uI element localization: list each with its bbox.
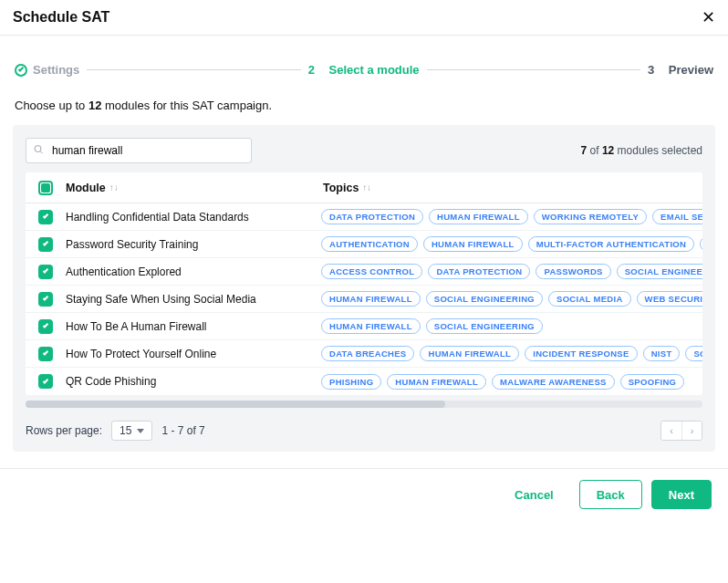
search-input[interactable] — [26, 138, 252, 163]
topic-tag[interactable]: NIST — [643, 346, 681, 361]
page-title: Schedule SAT — [13, 9, 109, 26]
step-select-module[interactable]: 2 Select a module — [308, 63, 420, 77]
row-checkbox[interactable] — [38, 347, 53, 361]
instruction-text: Choose up to 12 modules for this SAT cam… — [0, 95, 728, 125]
topic-tag[interactable]: INCIDENT RESPONSE — [525, 346, 637, 361]
topic-tag[interactable]: ACCESS CONTROL — [321, 264, 422, 279]
step-preview[interactable]: 3 Preview — [648, 63, 713, 77]
step-label: Settings — [33, 63, 79, 77]
topic-tag[interactable]: HUMAN FIREWALL — [387, 374, 486, 390]
sort-icon: ↑↓ — [109, 182, 119, 193]
next-button[interactable]: Next — [651, 480, 712, 509]
row-checkbox[interactable] — [38, 292, 53, 307]
row-checkbox[interactable] — [38, 210, 53, 224]
topic-tag[interactable]: SOCIAL ENGINEERING — [617, 264, 702, 279]
row-checkbox[interactable] — [38, 319, 53, 334]
pager-range: 1 - 7 of 7 — [161, 424, 204, 437]
column-header-topics[interactable]: Topics ↑↓ — [321, 182, 702, 194]
step-number: 2 — [308, 63, 315, 77]
topic-tag[interactable]: SOCIAL ENGINEERING — [426, 291, 543, 307]
column-header-module[interactable]: Module ↑↓ — [66, 182, 321, 194]
step-number: 3 — [648, 63, 654, 77]
topic-tag[interactable]: HUMAN FIREWALL — [420, 346, 519, 361]
topic-tag[interactable]: MALWARE AWARENESS — [492, 374, 615, 390]
topic-tag[interactable]: DATA PROTECTION — [321, 209, 423, 224]
row-checkbox[interactable] — [38, 237, 53, 252]
horizontal-scrollbar[interactable] — [26, 401, 702, 408]
table-row[interactable]: Handling Confidential Data StandardsDATA… — [26, 203, 702, 231]
topic-tag[interactable]: MULTI-FACTOR AUTHENTICATION — [528, 236, 694, 252]
stepper: Settings 2 Select a module 3 Preview — [0, 36, 728, 95]
table-row[interactable]: Staying Safe When Using Social MediaHUMA… — [26, 286, 702, 313]
table-row[interactable]: How To Protect Yourself OnlineDATA BREAC… — [26, 340, 702, 368]
topic-tag[interactable]: SOCIAL ENGINEERING — [426, 318, 543, 334]
svg-point-0 — [35, 146, 41, 152]
step-divider — [427, 69, 640, 70]
cancel-button[interactable]: Cancel — [498, 480, 570, 509]
topic-tag[interactable]: DATA BREACHES — [321, 346, 414, 361]
back-button[interactable]: Back — [579, 480, 642, 509]
topic-tag[interactable]: WORKING REMOTELY — [534, 209, 647, 224]
topic-tag[interactable]: HUMAN FIREWALL — [429, 209, 528, 224]
step-divider — [87, 69, 300, 70]
row-checkbox[interactable] — [38, 265, 53, 279]
topic-tag[interactable]: DATA PROTECTION — [428, 264, 530, 279]
module-name: Staying Safe When Using Social Media — [66, 293, 321, 306]
selection-counter: 7 of 12 modules selected — [581, 144, 702, 157]
table-row[interactable]: QR Code PhishingPHISHINGHUMAN FIREWALLMA… — [26, 368, 702, 395]
table-row[interactable]: Authentication ExploredACCESS CONTROLDAT… — [26, 258, 702, 286]
topic-tag[interactable]: SPOOFING — [620, 374, 685, 390]
step-settings[interactable]: Settings — [15, 63, 79, 77]
topic-tag[interactable]: WEB SECURITY — [637, 291, 702, 307]
topic-tag[interactable]: HUMAN FIREWALL — [423, 236, 523, 252]
topic-tag[interactable]: SOCIAL MEDIA — [548, 291, 631, 307]
scrollbar-thumb[interactable] — [26, 401, 445, 408]
topic-tag[interactable]: EMAIL SECURITY — [652, 209, 702, 224]
rows-per-page-label: Rows per page: — [26, 424, 102, 437]
step-label: Select a module — [329, 63, 420, 77]
topic-tag[interactable]: AUTHENTICATION — [321, 236, 418, 252]
module-name: How To Protect Yourself Online — [66, 348, 321, 360]
next-page-button[interactable]: › — [681, 422, 702, 440]
topic-tag[interactable]: HUMAN FIREWALL — [321, 318, 421, 334]
table-header-row: Module ↑↓ Topics ↑↓ — [26, 172, 702, 203]
module-name: Authentication Explored — [66, 265, 321, 278]
search-icon — [33, 144, 44, 158]
svg-line-1 — [40, 151, 42, 153]
prev-page-button[interactable]: ‹ — [661, 422, 681, 440]
topic-tag[interactable]: PASSWORDS — [536, 264, 610, 279]
table-row[interactable]: Password Security TrainingAUTHENTICATION… — [26, 231, 702, 258]
table-row[interactable]: How To Be A Human FirewallHUMAN FIREWALL… — [26, 313, 702, 340]
module-name: How To Be A Human Firewall — [66, 320, 321, 333]
chevron-down-icon — [137, 429, 144, 433]
sort-icon: ↑↓ — [362, 182, 371, 193]
module-name: QR Code Phishing — [66, 375, 321, 388]
rows-per-page-select[interactable]: 15 — [111, 421, 152, 441]
check-circle-icon — [15, 64, 27, 77]
topic-tag[interactable]: NIST — [700, 236, 702, 252]
row-checkbox[interactable] — [38, 374, 53, 389]
step-label: Preview — [669, 63, 713, 77]
select-all-checkbox[interactable] — [38, 181, 53, 195]
close-icon[interactable]: ✕ — [702, 9, 715, 26]
module-name: Handling Confidential Data Standards — [66, 211, 321, 224]
pager-nav: ‹ › — [660, 421, 702, 441]
topic-tag[interactable]: PHISHING — [321, 374, 381, 390]
module-name: Password Security Training — [66, 238, 321, 251]
topic-tag[interactable]: SOCIAL MEDIA — [685, 346, 702, 361]
topic-tag[interactable]: HUMAN FIREWALL — [321, 291, 421, 307]
